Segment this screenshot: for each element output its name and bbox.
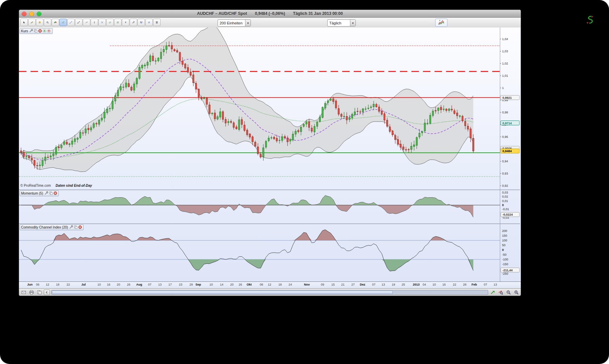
svg-text:T: T xyxy=(125,21,126,23)
down-icon[interactable] xyxy=(47,29,51,33)
tools-tool-icon[interactable] xyxy=(130,19,137,26)
tool-icon-group: T xyxy=(20,19,161,26)
x-axis-label: 16 xyxy=(107,283,110,286)
x-axis-label: Feb xyxy=(472,283,477,286)
ray-tool-icon[interactable] xyxy=(83,19,90,26)
x-axis-label: 12 xyxy=(268,283,271,286)
desktop: AUDCHF – AUD/CHF Spot 0,9484 (–0,06%) Tä… xyxy=(0,0,609,364)
timeframe-dropdown[interactable]: Täglich ▾ xyxy=(327,19,356,26)
svg-text:0,9921: 0,9921 xyxy=(502,96,512,99)
indicator-tool-icon[interactable] xyxy=(59,19,67,26)
alert-tool-icon[interactable] xyxy=(36,19,43,26)
watermark: © ProRealTime.comDaten sind End-of-Day xyxy=(20,184,92,187)
x-axis-label: 06 xyxy=(36,283,39,286)
svg-text:0: 0 xyxy=(502,203,504,207)
zoom-tool-icon[interactable] xyxy=(44,19,51,26)
pages-icon[interactable] xyxy=(36,289,42,295)
x-axis-label: 04 xyxy=(423,283,426,286)
cci-panel-label: Commodity Channel Index (20) xyxy=(21,225,68,229)
svg-text:50: 50 xyxy=(502,243,505,247)
x-axis-label: 16 xyxy=(442,283,446,286)
kurs-panel-label: Kurs xyxy=(21,29,28,33)
x-axis-label: 10 xyxy=(209,283,213,286)
minimize-window-button[interactable] xyxy=(29,12,34,16)
x-axis-label: 15 xyxy=(331,283,335,286)
left-arrow-icon xyxy=(45,289,49,295)
maximize-window-button[interactable] xyxy=(37,12,41,16)
cci-panel-buttons xyxy=(69,225,82,230)
drawing-toolbar: T 200 Einheiten ▾ Täglich ▾ xyxy=(19,18,521,28)
x-axis-label: 29 xyxy=(189,283,193,286)
x-axis-label: 10 xyxy=(432,283,436,286)
green-arrow-icon[interactable] xyxy=(490,289,496,295)
fibonacci-tool-icon[interactable] xyxy=(114,19,122,26)
x-axis-label: 07 xyxy=(484,283,487,286)
svg-text:0,92: 0,92 xyxy=(502,184,508,187)
copy-icon[interactable] xyxy=(73,225,78,229)
eod-note: Daten sind End-of-Day xyxy=(56,184,92,187)
x-axis-label: 23 xyxy=(179,283,182,286)
x-axis-label: 20 xyxy=(117,283,120,286)
copy-icon[interactable] xyxy=(34,29,38,33)
wrench-icon[interactable] xyxy=(44,191,49,195)
kurs-panel-header: Kurs xyxy=(20,28,53,34)
trend-line-tool-icon[interactable] xyxy=(67,19,75,26)
close-icon[interactable] xyxy=(38,29,42,33)
statusbar-left-icons xyxy=(20,289,42,295)
delete-tool-icon[interactable] xyxy=(153,19,161,26)
svg-text:100: 100 xyxy=(502,239,507,242)
zoom-out-icon[interactable] xyxy=(505,289,512,295)
zoom-in-icon[interactable] xyxy=(513,289,519,295)
chart-canvas[interactable]: 1,041,031,021,0110,990,980,970,960,950,9… xyxy=(19,28,520,281)
measure-tool-icon[interactable] xyxy=(28,19,36,26)
svg-text:1,04: 1,04 xyxy=(502,37,508,41)
cross-lines-tool-icon[interactable] xyxy=(98,19,106,26)
vertical-line-tool-icon[interactable] xyxy=(91,19,98,26)
x-axis-label: Jun xyxy=(27,283,33,286)
momentum-panel-buttons xyxy=(44,191,57,196)
x-axis-label: 27 xyxy=(351,283,355,286)
up-icon[interactable] xyxy=(42,29,47,33)
scrollbar-thumb[interactable] xyxy=(52,291,393,294)
chart-type-button[interactable] xyxy=(435,19,447,27)
x-axis-label: Nov xyxy=(304,283,310,286)
x-axis-label: 17 xyxy=(168,283,172,286)
svg-text:1,01: 1,01 xyxy=(502,74,508,77)
sync-tool-icon[interactable] xyxy=(145,19,153,26)
x-axis-label: 2013 xyxy=(413,283,420,286)
statusbar xyxy=(19,288,521,296)
chart-zoom-icon[interactable] xyxy=(497,289,504,295)
x-axis-label: Dez xyxy=(360,283,365,286)
window-title: AUDCHF – AUD/CHF Spot 0,9484 (–0,06%) Tä… xyxy=(19,10,521,17)
kurs-panel-buttons xyxy=(29,29,51,34)
close-icon[interactable] xyxy=(78,225,82,229)
svg-text:-100: -100 xyxy=(502,258,508,261)
cursor-tool-icon[interactable] xyxy=(20,19,28,26)
statusbar-right-icons xyxy=(490,289,519,295)
svg-text:200: 200 xyxy=(502,229,507,233)
horizontal-scrollbar[interactable] xyxy=(51,290,488,295)
printer-icon[interactable] xyxy=(28,289,35,295)
close-window-button[interactable] xyxy=(22,12,26,16)
x-axis-label: 07 xyxy=(372,283,375,286)
svg-text:-50: -50 xyxy=(502,253,506,256)
magnet-tool-icon[interactable] xyxy=(137,19,145,26)
envelope-icon[interactable] xyxy=(20,289,27,295)
prorealtime-logo-icon[interactable] xyxy=(585,15,594,24)
close-icon[interactable] xyxy=(53,191,57,195)
pattern-tool-icon[interactable] xyxy=(52,19,59,26)
wrench-icon[interactable] xyxy=(69,225,73,229)
segment-tool-icon[interactable] xyxy=(75,19,82,26)
svg-text:0,94: 0,94 xyxy=(502,160,508,163)
x-axis-label: Okt xyxy=(246,283,252,286)
x-axis-label: Jul xyxy=(81,283,86,286)
copy-icon[interactable] xyxy=(49,191,53,195)
units-dropdown[interactable]: 200 Einheiten ▾ xyxy=(218,19,251,26)
scroll-left-button[interactable] xyxy=(44,290,50,295)
channel-tool-icon[interactable] xyxy=(106,19,114,26)
wrench-icon[interactable] xyxy=(29,29,34,33)
chart-area[interactable]: 1,041,031,021,0110,990,980,970,960,950,9… xyxy=(19,28,521,288)
text-tool-icon[interactable]: T xyxy=(122,19,129,26)
svg-text:0,98: 0,98 xyxy=(502,111,508,114)
titlebar[interactable]: AUDCHF – AUD/CHF Spot 0,9484 (–0,06%) Tä… xyxy=(19,10,521,18)
